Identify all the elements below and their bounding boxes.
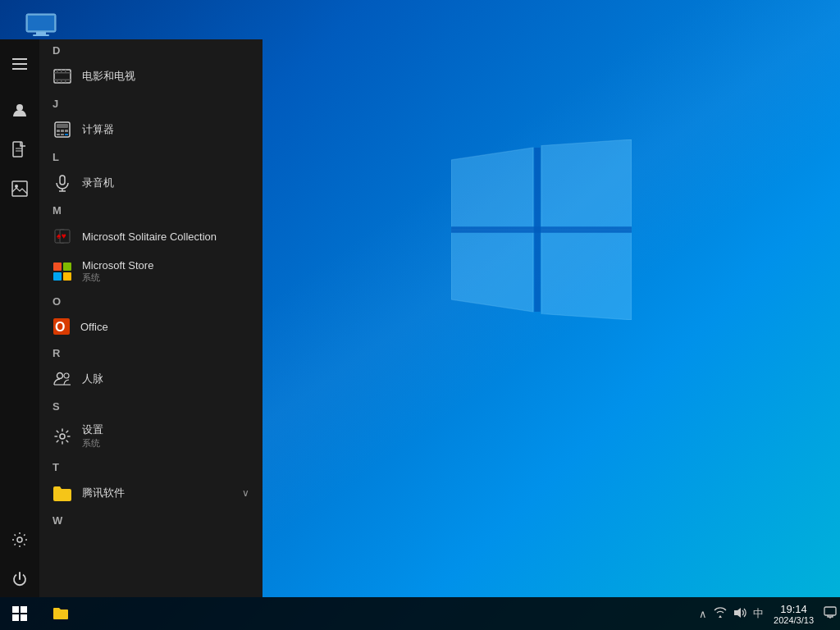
taskbar-pinned-icons	[43, 597, 79, 630]
start-button[interactable]	[0, 597, 39, 630]
section-header-j: J	[39, 93, 262, 113]
power-button[interactable]	[2, 561, 38, 597]
app-settings-sub: 系统	[82, 437, 103, 450]
app-office-label: Office	[80, 321, 108, 333]
svg-rect-49	[12, 606, 19, 613]
svg-rect-8	[36, 32, 46, 34]
user-profile-button[interactable]	[2, 92, 38, 128]
svg-rect-51	[12, 614, 19, 621]
svg-marker-3	[541, 230, 632, 320]
tray-expand-button[interactable]: ∧	[696, 608, 710, 620]
svg-rect-9	[33, 34, 49, 36]
start-menu-sidebar	[0, 39, 39, 597]
svg-point-13	[16, 104, 23, 111]
svg-rect-37	[60, 176, 65, 185]
svg-rect-10	[12, 58, 27, 60]
svg-text:♥: ♥	[62, 231, 66, 240]
app-movie-tv-label: 电影和电视	[82, 69, 135, 84]
svg-rect-11	[12, 63, 27, 65]
svg-rect-54	[824, 607, 836, 615]
app-voice-recorder[interactable]: 录音机	[39, 167, 262, 199]
svg-rect-36	[65, 134, 68, 135]
svg-marker-2	[451, 230, 533, 312]
section-header-l: L	[39, 146, 262, 167]
desktop: 此电脑 D	[0, 0, 840, 630]
ms-store-icon	[52, 262, 72, 281]
svg-rect-17	[12, 181, 27, 196]
svg-marker-1	[541, 139, 632, 230]
clock-time: 19:14	[780, 603, 807, 615]
app-voice-recorder-label: 录音机	[82, 176, 114, 190]
svg-rect-32	[61, 130, 64, 132]
folder-left: 腾讯软件	[52, 483, 125, 503]
movie-icon	[52, 66, 72, 86]
svg-rect-12	[12, 68, 27, 70]
office-icon: O	[52, 317, 71, 336]
svg-rect-30	[57, 124, 68, 128]
svg-rect-31	[57, 130, 60, 132]
svg-rect-7	[28, 16, 54, 30]
documents-button[interactable]	[2, 131, 38, 167]
app-people[interactable]: 人脉	[39, 363, 262, 395]
solitaire-icon: ♠ ♥	[52, 226, 72, 246]
svg-point-47	[64, 373, 69, 378]
app-list: D 电影和电视 J 计算器 L 录音机	[39, 39, 262, 597]
notification-center-button[interactable]	[820, 606, 840, 622]
svg-rect-25	[65, 70, 66, 72]
windows-logo	[451, 139, 632, 320]
photos-button[interactable]	[2, 171, 38, 207]
tray-network-icon[interactable]	[710, 607, 730, 621]
svg-rect-28	[65, 80, 66, 83]
svg-text:O: O	[55, 320, 65, 334]
folder-expand-chevron: ∨	[242, 487, 249, 499]
tray-ime-button[interactable]: 中	[750, 606, 767, 621]
svg-rect-26	[57, 80, 58, 83]
svg-point-48	[60, 434, 65, 439]
clock-date: 2024/3/13	[774, 615, 814, 625]
section-header-m: M	[39, 199, 262, 220]
app-office[interactable]: O Office	[39, 311, 262, 342]
svg-rect-35	[61, 134, 64, 135]
microphone-icon	[52, 173, 72, 193]
svg-rect-50	[21, 606, 27, 613]
start-menu: D 电影和电视 J 计算器 L 录音机	[0, 39, 262, 597]
app-calculator[interactable]: 计算器	[39, 113, 262, 146]
app-people-label: 人脉	[82, 372, 103, 386]
my-computer-icon	[25, 12, 57, 39]
section-header-o: O	[39, 290, 262, 311]
section-header-w: W	[39, 509, 262, 530]
calculator-icon	[52, 120, 72, 139]
settings-icon	[52, 427, 72, 446]
app-ms-store-info: Microsoft Store 系统	[82, 259, 153, 284]
svg-marker-53	[734, 608, 741, 618]
folder-icon	[52, 483, 72, 503]
section-header-t: T	[39, 456, 262, 477]
svg-rect-21	[54, 72, 71, 74]
app-settings-info: 设置 系统	[82, 422, 103, 450]
app-settings-label: 设置	[82, 422, 103, 437]
section-header-s: S	[39, 395, 262, 416]
svg-rect-27	[61, 80, 62, 83]
app-ms-store-label: Microsoft Store	[82, 259, 153, 272]
app-ms-store[interactable]: Microsoft Store 系统	[39, 253, 262, 290]
app-tencent-folder-label: 腾讯软件	[82, 486, 125, 500]
clock-display[interactable]: 19:14 2024/3/13	[767, 597, 820, 630]
people-icon	[52, 369, 72, 389]
svg-rect-24	[61, 70, 62, 72]
svg-rect-52	[21, 614, 27, 621]
taskbar-file-explorer[interactable]	[43, 597, 79, 630]
app-settings[interactable]: 设置 系统	[39, 416, 262, 456]
app-movie-tv[interactable]: 电影和电视	[39, 60, 262, 93]
svg-point-46	[57, 373, 63, 379]
tray-volume-icon[interactable]	[730, 607, 750, 621]
app-solitaire[interactable]: ♠ ♥ Microsoft Solitaire Collection	[39, 220, 262, 253]
settings-sidebar-button[interactable]	[2, 522, 38, 558]
app-ms-store-sub: 系统	[82, 272, 153, 284]
app-tencent-folder[interactable]: 腾讯软件 ∨	[39, 477, 262, 509]
svg-point-19	[17, 537, 22, 542]
hamburger-menu-button[interactable]	[2, 46, 38, 82]
app-calculator-label: 计算器	[82, 122, 114, 137]
app-solitaire-label: Microsoft Solitaire Collection	[82, 231, 217, 243]
section-header-r: R	[39, 342, 262, 363]
svg-rect-34	[57, 134, 60, 135]
